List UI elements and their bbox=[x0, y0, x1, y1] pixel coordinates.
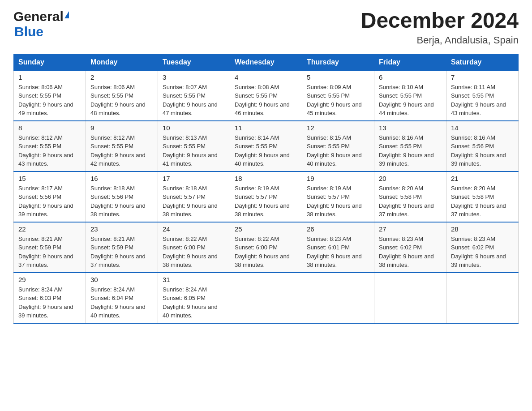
day-number: 22 bbox=[18, 225, 81, 233]
table-row: 12 Sunrise: 8:15 AM Sunset: 5:55 PM Dayl… bbox=[302, 121, 374, 171]
page-header: General Blue December 2024 Berja, Andalu… bbox=[13, 9, 519, 46]
table-row: 15 Sunrise: 8:17 AM Sunset: 5:56 PM Dayl… bbox=[14, 171, 86, 222]
day-info: Sunrise: 8:23 AM Sunset: 6:02 PM Dayligh… bbox=[379, 235, 442, 270]
header-wednesday: Wednesday bbox=[230, 54, 302, 70]
header-friday: Friday bbox=[374, 54, 446, 70]
day-number: 7 bbox=[451, 73, 514, 81]
day-number: 21 bbox=[451, 175, 514, 182]
day-info: Sunrise: 8:10 AM Sunset: 5:55 PM Dayligh… bbox=[379, 83, 442, 118]
table-row: 31 Sunrise: 8:24 AM Sunset: 6:05 PM Dayl… bbox=[158, 273, 230, 323]
day-info: Sunrise: 8:22 AM Sunset: 6:00 PM Dayligh… bbox=[163, 235, 225, 270]
calendar-week-row: 8 Sunrise: 8:12 AM Sunset: 5:55 PM Dayli… bbox=[14, 121, 519, 171]
table-row bbox=[230, 273, 302, 323]
day-number: 17 bbox=[163, 175, 225, 182]
day-info: Sunrise: 8:21 AM Sunset: 5:59 PM Dayligh… bbox=[90, 235, 153, 270]
day-number: 3 bbox=[163, 73, 225, 81]
table-row: 18 Sunrise: 8:19 AM Sunset: 5:57 PM Dayl… bbox=[230, 171, 302, 222]
day-info: Sunrise: 8:11 AM Sunset: 5:55 PM Dayligh… bbox=[451, 83, 514, 118]
day-info: Sunrise: 8:08 AM Sunset: 5:55 PM Dayligh… bbox=[235, 83, 297, 118]
day-info: Sunrise: 8:13 AM Sunset: 5:55 PM Dayligh… bbox=[163, 133, 225, 168]
day-info: Sunrise: 8:06 AM Sunset: 5:55 PM Dayligh… bbox=[18, 83, 81, 118]
title-block: December 2024 Berja, Andalusia, Spain bbox=[361, 9, 519, 46]
table-row: 13 Sunrise: 8:16 AM Sunset: 5:55 PM Dayl… bbox=[374, 121, 446, 171]
calendar-table: Sunday Monday Tuesday Wednesday Thursday… bbox=[13, 54, 519, 324]
day-info: Sunrise: 8:17 AM Sunset: 5:56 PM Dayligh… bbox=[18, 184, 81, 219]
day-number: 20 bbox=[379, 175, 442, 182]
day-info: Sunrise: 8:18 AM Sunset: 5:57 PM Dayligh… bbox=[163, 184, 225, 219]
day-info: Sunrise: 8:22 AM Sunset: 6:00 PM Dayligh… bbox=[235, 235, 297, 270]
table-row: 6 Sunrise: 8:10 AM Sunset: 5:55 PM Dayli… bbox=[374, 70, 446, 121]
table-row: 9 Sunrise: 8:12 AM Sunset: 5:55 PM Dayli… bbox=[86, 121, 158, 171]
table-row bbox=[302, 273, 374, 323]
table-row bbox=[374, 273, 446, 323]
table-row: 25 Sunrise: 8:22 AM Sunset: 6:00 PM Dayl… bbox=[230, 222, 302, 273]
header-sunday: Sunday bbox=[14, 54, 86, 70]
page-location: Berja, Andalusia, Spain bbox=[361, 34, 519, 46]
table-row: 30 Sunrise: 8:24 AM Sunset: 6:04 PM Dayl… bbox=[86, 273, 158, 323]
day-number: 11 bbox=[235, 124, 297, 132]
day-number: 30 bbox=[90, 276, 153, 283]
logo-triangle-icon bbox=[64, 11, 69, 18]
table-row: 26 Sunrise: 8:23 AM Sunset: 6:01 PM Dayl… bbox=[302, 222, 374, 273]
day-number: 4 bbox=[235, 73, 297, 81]
table-row: 27 Sunrise: 8:23 AM Sunset: 6:02 PM Dayl… bbox=[374, 222, 446, 273]
logo-blue-text: Blue bbox=[14, 24, 43, 39]
calendar-week-row: 29 Sunrise: 8:24 AM Sunset: 6:03 PM Dayl… bbox=[14, 273, 519, 323]
table-row: 1 Sunrise: 8:06 AM Sunset: 5:55 PM Dayli… bbox=[14, 70, 86, 121]
day-number: 5 bbox=[307, 73, 369, 81]
day-number: 12 bbox=[307, 124, 369, 132]
table-row: 14 Sunrise: 8:16 AM Sunset: 5:56 PM Dayl… bbox=[446, 121, 519, 171]
day-number: 8 bbox=[18, 124, 81, 132]
calendar-week-row: 22 Sunrise: 8:21 AM Sunset: 5:59 PM Dayl… bbox=[14, 222, 519, 273]
day-number: 26 bbox=[307, 225, 369, 233]
page-title: December 2024 bbox=[361, 9, 519, 33]
table-row: 23 Sunrise: 8:21 AM Sunset: 5:59 PM Dayl… bbox=[86, 222, 158, 273]
table-row: 20 Sunrise: 8:20 AM Sunset: 5:58 PM Dayl… bbox=[374, 171, 446, 222]
day-number: 13 bbox=[379, 124, 442, 132]
table-row: 21 Sunrise: 8:20 AM Sunset: 5:58 PM Dayl… bbox=[446, 171, 519, 222]
day-number: 16 bbox=[90, 175, 153, 182]
day-info: Sunrise: 8:19 AM Sunset: 5:57 PM Dayligh… bbox=[235, 184, 297, 219]
table-row: 11 Sunrise: 8:14 AM Sunset: 5:55 PM Dayl… bbox=[230, 121, 302, 171]
calendar-header-row: Sunday Monday Tuesday Wednesday Thursday… bbox=[14, 54, 519, 70]
calendar-week-row: 15 Sunrise: 8:17 AM Sunset: 5:56 PM Dayl… bbox=[14, 171, 519, 222]
day-info: Sunrise: 8:21 AM Sunset: 5:59 PM Dayligh… bbox=[18, 235, 81, 270]
day-number: 28 bbox=[451, 225, 514, 233]
table-row: 16 Sunrise: 8:18 AM Sunset: 5:56 PM Dayl… bbox=[86, 171, 158, 222]
day-info: Sunrise: 8:14 AM Sunset: 5:55 PM Dayligh… bbox=[235, 133, 297, 168]
table-row: 24 Sunrise: 8:22 AM Sunset: 6:00 PM Dayl… bbox=[158, 222, 230, 273]
logo: General Blue bbox=[13, 9, 69, 39]
table-row: 3 Sunrise: 8:07 AM Sunset: 5:55 PM Dayli… bbox=[158, 70, 230, 121]
day-info: Sunrise: 8:06 AM Sunset: 5:55 PM Dayligh… bbox=[90, 83, 153, 118]
table-row: 4 Sunrise: 8:08 AM Sunset: 5:55 PM Dayli… bbox=[230, 70, 302, 121]
table-row: 5 Sunrise: 8:09 AM Sunset: 5:55 PM Dayli… bbox=[302, 70, 374, 121]
day-info: Sunrise: 8:23 AM Sunset: 6:01 PM Dayligh… bbox=[307, 235, 369, 270]
day-number: 15 bbox=[18, 175, 81, 182]
day-info: Sunrise: 8:20 AM Sunset: 5:58 PM Dayligh… bbox=[379, 184, 442, 219]
day-info: Sunrise: 8:20 AM Sunset: 5:58 PM Dayligh… bbox=[451, 184, 514, 219]
calendar-week-row: 1 Sunrise: 8:06 AM Sunset: 5:55 PM Dayli… bbox=[14, 70, 519, 121]
table-row: 10 Sunrise: 8:13 AM Sunset: 5:55 PM Dayl… bbox=[158, 121, 230, 171]
day-info: Sunrise: 8:18 AM Sunset: 5:56 PM Dayligh… bbox=[90, 184, 153, 219]
header-thursday: Thursday bbox=[302, 54, 374, 70]
table-row: 17 Sunrise: 8:18 AM Sunset: 5:57 PM Dayl… bbox=[158, 171, 230, 222]
day-info: Sunrise: 8:12 AM Sunset: 5:55 PM Dayligh… bbox=[90, 133, 153, 168]
header-monday: Monday bbox=[86, 54, 158, 70]
day-info: Sunrise: 8:16 AM Sunset: 5:56 PM Dayligh… bbox=[451, 133, 514, 168]
day-number: 19 bbox=[307, 175, 369, 182]
day-number: 25 bbox=[235, 225, 297, 233]
table-row: 29 Sunrise: 8:24 AM Sunset: 6:03 PM Dayl… bbox=[14, 273, 86, 323]
table-row: 2 Sunrise: 8:06 AM Sunset: 5:55 PM Dayli… bbox=[86, 70, 158, 121]
table-row: 8 Sunrise: 8:12 AM Sunset: 5:55 PM Dayli… bbox=[14, 121, 86, 171]
logo-general-text: General bbox=[13, 9, 64, 24]
day-number: 1 bbox=[18, 73, 81, 81]
day-number: 10 bbox=[163, 124, 225, 132]
day-number: 31 bbox=[163, 276, 225, 283]
day-number: 27 bbox=[379, 225, 442, 233]
day-number: 18 bbox=[235, 175, 297, 182]
table-row: 28 Sunrise: 8:23 AM Sunset: 6:02 PM Dayl… bbox=[446, 222, 519, 273]
day-number: 23 bbox=[90, 225, 153, 233]
day-info: Sunrise: 8:19 AM Sunset: 5:57 PM Dayligh… bbox=[307, 184, 369, 219]
day-info: Sunrise: 8:09 AM Sunset: 5:55 PM Dayligh… bbox=[307, 83, 369, 118]
day-number: 6 bbox=[379, 73, 442, 81]
